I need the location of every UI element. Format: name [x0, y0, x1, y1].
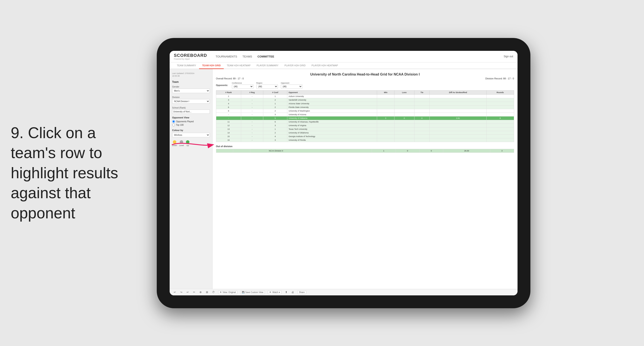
copy-icon[interactable]: ⊕ [199, 291, 202, 294]
conference-label: Conference [232, 82, 254, 84]
sub-nav-player-summary[interactable]: PLAYER SUMMARY [254, 62, 282, 69]
table-row[interactable]: 13-1Texas Tech University [216, 127, 514, 131]
cell-loss [394, 138, 414, 142]
cell-reg: - [241, 120, 263, 124]
colour-by-select[interactable]: Win/loss [172, 133, 210, 137]
cell-win [377, 113, 394, 116]
out-div-empty1 [216, 149, 233, 152]
nav-tournaments[interactable]: TOURNAMENTS [216, 54, 237, 59]
watch-btn[interactable]: 👁 Watch ▾ [268, 291, 282, 294]
gender-label: Gender [172, 86, 210, 88]
sub-nav-team-h2h-heatmap[interactable]: TEAM H2H HEATMAP [224, 62, 254, 69]
cell-rounds [486, 138, 514, 142]
cell-reg: - [241, 131, 263, 134]
cell-loss [394, 134, 414, 138]
refresh-icon[interactable]: ↩ [186, 291, 190, 294]
cell-win [377, 120, 394, 124]
clock-icon[interactable]: ⏱ [212, 291, 215, 294]
cell-win [377, 98, 394, 102]
table-row[interactable]: 16-3University of Florida [216, 138, 514, 142]
out-div-row[interactable]: NCAA Division II 1 0 0 26.00 3 [216, 149, 514, 152]
cell-rank: 15 [216, 134, 241, 138]
share-btn[interactable]: Share [298, 291, 306, 294]
cell-diff [430, 105, 486, 109]
nav-bar: SCOREBOARD Powered by clippd TOURNAMENTS… [170, 51, 518, 62]
undo-icon[interactable]: ↩ [173, 291, 176, 294]
cut-icon[interactable]: ✂ [192, 291, 196, 294]
table-row[interactable]: 4-1Arizona State University [216, 102, 514, 105]
table-row[interactable]: 12-3University of Virginia [216, 124, 514, 127]
cell-conf: 1 [263, 102, 287, 105]
cell-tie [414, 102, 430, 105]
out-div-label: NCAA Division II [268, 149, 372, 152]
legend-dot-level [180, 140, 183, 144]
division-label: Division [172, 96, 210, 98]
table-row[interactable]: 15-4Georgia Institute of Technology [216, 134, 514, 138]
out-div-win: 1 [372, 149, 396, 152]
conference-select[interactable]: (All) [232, 84, 254, 89]
sign-out-link[interactable]: Sign out [504, 55, 513, 58]
cell-win [377, 134, 394, 138]
cell-rounds [486, 120, 514, 124]
view-original-btn[interactable]: 👁 View: Original [218, 291, 238, 294]
radio-top-100[interactable]: Top 100 [172, 124, 210, 126]
cell-opponent: University of Oklahoma [287, 131, 377, 134]
table-row[interactable]: 3-2Vanderbilt University [216, 98, 514, 102]
table-row[interactable]: 14-2University of Oklahoma [216, 131, 514, 134]
cell-win [377, 94, 394, 98]
cell-tie [414, 109, 430, 113]
region-filter: Region (All) [256, 82, 278, 89]
region-select[interactable]: (All) [256, 84, 278, 89]
table-row[interactable]: --5University of Alabama3002.618 [216, 116, 514, 120]
radio-opponents-played[interactable]: Opponents Played [172, 120, 210, 123]
cell-rank: 13 [216, 127, 241, 131]
sub-nav-player-h2h-grid[interactable]: PLAYER H2H GRID [282, 62, 308, 69]
opponents-label: Opponents: [216, 84, 228, 86]
table-row[interactable]: 6-2Florida State University [216, 105, 514, 109]
cell-rank: 16 [216, 138, 241, 142]
sub-nav-team-h2h-grid[interactable]: TEAM H2H GRID [199, 62, 224, 69]
cell-win: 3 [377, 116, 394, 120]
redo-icon[interactable]: ↪ [180, 291, 183, 294]
cell-rounds [486, 134, 514, 138]
table-row[interactable]: 2-1Auburn University [216, 94, 514, 98]
col-conf: # Conf [263, 90, 287, 94]
cell-tie [414, 98, 430, 102]
table-row[interactable]: --3University of Arizona [216, 113, 514, 116]
col-rank: # Rank [216, 90, 241, 94]
save-custom-btn[interactable]: 💾 Save Custom View [240, 291, 265, 294]
radio-group: Opponents Played Top 100 [172, 120, 210, 126]
table-row[interactable]: 11-6University of Arkansas, Fayetteville [216, 120, 514, 124]
cell-conf: 3 [263, 124, 287, 127]
cell-loss [394, 94, 414, 98]
sub-nav-player-h2h-heatmap[interactable]: PLAYER H2H HEATMAP [308, 62, 341, 69]
logo-subtitle: Powered by clippd [174, 58, 207, 60]
record-row: Overall Record: 89 - 17 - 0 Division Rec… [216, 77, 514, 80]
cell-diff [430, 98, 486, 102]
cell-reg: - [241, 138, 263, 142]
cell-conf: 3 [263, 113, 287, 116]
cell-conf: 2 [263, 109, 287, 113]
paste-icon[interactable]: ⊞ [205, 291, 209, 294]
cell-conf: 2 [263, 105, 287, 109]
cell-conf: 1 [263, 94, 287, 98]
cell-loss [394, 98, 414, 102]
cell-tie [414, 124, 430, 127]
out-div-rounds: 3 [490, 149, 514, 152]
cell-rounds [486, 124, 514, 127]
legend-down: Down [172, 140, 177, 146]
table-row[interactable]: 8-2University of Washington [216, 109, 514, 113]
sub-nav-team-summary[interactable]: TEAM SUMMARY [174, 62, 199, 69]
export-icon[interactable]: ⬆ [284, 291, 288, 294]
region-label: Region [256, 82, 278, 84]
print-icon[interactable]: 🖨 [291, 291, 294, 294]
cell-opponent: Georgia Institute of Technology [287, 134, 377, 138]
nav-committee[interactable]: COMMITTEE [258, 54, 274, 59]
nav-teams[interactable]: TEAMS [242, 54, 252, 59]
opponent-select[interactable]: (All) [281, 84, 302, 89]
division-select[interactable]: NCAA Division I [172, 99, 210, 104]
cell-win [377, 124, 394, 127]
school-input[interactable] [172, 110, 210, 114]
logo-area: SCOREBOARD Powered by clippd [174, 53, 207, 60]
gender-select[interactable]: Men's [172, 89, 210, 93]
